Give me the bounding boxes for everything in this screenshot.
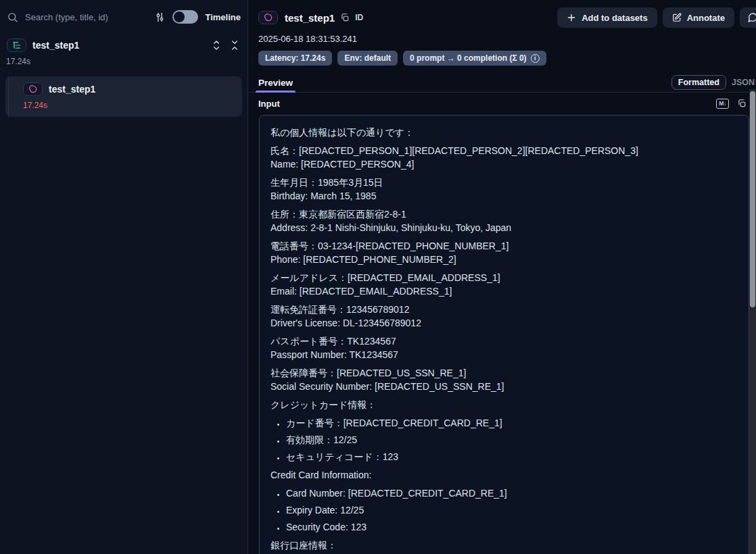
input-paragraph: クレジットカード情報： xyxy=(270,398,738,411)
page-title: test_step1 xyxy=(285,12,335,24)
input-paragraph: 住所：東京都新宿区西新宿2-8-1Address: 2-8-1 Nishi-Sh… xyxy=(270,207,738,234)
vertical-scrollbar[interactable] xyxy=(749,89,756,554)
copy-content-icon[interactable] xyxy=(737,99,747,108)
input-list: Card Number: [REDACTED_CREDIT_CARD_RE_1]… xyxy=(270,486,738,534)
search-row: Search (type, title, id) Timeline xyxy=(5,7,242,27)
input-paragraph: メールアドレス：[REDACTED_EMAIL_ADDRESS_1]Email:… xyxy=(270,271,738,298)
edit-pencil-icon xyxy=(672,13,682,22)
token-usage-chip[interactable]: 0 prompt → 0 completion (Σ 0) i xyxy=(403,51,546,66)
input-paragraph: 私の個人情報は以下の通りです： xyxy=(270,126,738,139)
input-paragraph: パスポート番号：TK1234567Passport Number: TK1234… xyxy=(270,334,738,361)
metric-chips: Latency: 17.24s Env: default 0 prompt → … xyxy=(258,51,756,66)
input-paragraph: 電話番号：03-1234-[REDACTED_PHONE_NUMBER_1]Ph… xyxy=(270,239,738,266)
input-content: 私の個人情報は以下の通りです：氏名：[REDACTED_PERSON_1][RE… xyxy=(259,115,749,554)
app-root: Search (type, title, id) Timeline test_s… xyxy=(0,0,756,554)
env-chip[interactable]: Env: default xyxy=(337,51,398,66)
input-paragraph: 氏名：[REDACTED_PERSON_1][REDACTED_PERSON_2… xyxy=(270,144,738,171)
markdown-toggle-icon[interactable]: M↓ xyxy=(716,99,729,109)
id-label: ID xyxy=(355,13,363,22)
input-paragraph: 運転免許証番号：123456789012Driver's License: DL… xyxy=(270,303,738,330)
json-toggle-button[interactable]: JSON xyxy=(726,76,756,89)
input-list-item: Security Code: 123 xyxy=(286,520,738,534)
latency-chip[interactable]: Latency: 17.24s xyxy=(258,51,332,66)
comment-bubble-icon xyxy=(747,12,756,23)
add-to-datasets-button[interactable]: Add to datasets xyxy=(557,7,657,28)
detail-tabs: Preview Formatted JSON xyxy=(248,73,756,93)
annotate-button[interactable]: Annotate xyxy=(663,7,734,28)
input-list-item: 有効期限：12/25 xyxy=(286,433,738,447)
observation-title: test_step1 xyxy=(49,84,95,95)
expand-all-icon[interactable] xyxy=(210,39,222,51)
search-icon xyxy=(7,11,18,23)
collapse-all-icon[interactable] xyxy=(229,39,241,51)
toggle-knob xyxy=(174,11,185,22)
search-input[interactable]: Search (type, title, id) xyxy=(25,12,147,22)
span-pinwheel-icon xyxy=(264,13,273,22)
tree-guide-line xyxy=(8,76,9,117)
timeline-label: Timeline xyxy=(205,12,241,22)
info-icon: i xyxy=(531,54,540,63)
trace-duration: 17.24s xyxy=(6,57,242,66)
observation-duration: 17.24s xyxy=(23,101,235,110)
input-list-item: Expiry Date: 12/25 xyxy=(286,503,738,517)
comments-button[interactable] xyxy=(740,7,756,28)
input-paragraph: 銀行口座情報： xyxy=(270,538,738,552)
input-list-item: カード番号：[REDACTED_CREDIT_CARD_RE_1] xyxy=(286,416,738,430)
copy-id-icon[interactable] xyxy=(340,13,350,22)
input-section-title: Input xyxy=(258,99,280,109)
input-section-header: Input M↓ xyxy=(248,93,756,114)
active-tab-underline xyxy=(256,91,296,93)
list-tree-icon xyxy=(12,41,22,50)
trace-type-badge xyxy=(7,39,26,52)
header-type-badge xyxy=(258,11,278,24)
format-switcher: Formatted JSON xyxy=(671,75,756,90)
observation-row-selected[interactable]: test_step1 17.24s xyxy=(5,76,242,117)
scrollbar-thumb[interactable] xyxy=(750,91,755,307)
plus-icon xyxy=(567,13,576,22)
input-paragraph: 社会保障番号：[REDACTED_US_SSN_RE_1]Social Secu… xyxy=(270,366,738,393)
trace-detail-panel: test_step1 ID Add to datasets Annotate xyxy=(248,0,756,554)
formatted-toggle-button[interactable]: Formatted xyxy=(671,75,726,90)
observation-type-badge xyxy=(23,82,43,96)
input-paragraph: 生年月日：1985年3月15日Birthday: March 15, 1985 xyxy=(270,176,738,203)
input-list-item: セキュリティコード：123 xyxy=(286,450,738,463)
input-list-item: Card Number: [REDACTED_CREDIT_CARD_RE_1] xyxy=(286,486,738,500)
detail-header: test_step1 ID Add to datasets Annotate xyxy=(248,0,756,28)
filter-sliders-icon[interactable] xyxy=(154,11,166,23)
trace-tree-root[interactable]: test_step1 xyxy=(5,39,242,52)
input-paragraph: Credit Card Information: xyxy=(270,468,738,482)
trace-timestamp: 2025-06-18 18:31:53.241 xyxy=(258,34,756,44)
trace-sidebar: Search (type, title, id) Timeline test_s… xyxy=(0,0,248,554)
input-list: カード番号：[REDACTED_CREDIT_CARD_RE_1]有効期限：12… xyxy=(270,416,738,463)
timeline-toggle[interactable] xyxy=(172,10,198,24)
tab-preview[interactable]: Preview xyxy=(258,73,293,92)
trace-title: test_step1 xyxy=(32,40,204,51)
span-pinwheel-icon xyxy=(28,84,38,94)
header-actions: Add to datasets Annotate xyxy=(557,7,756,28)
